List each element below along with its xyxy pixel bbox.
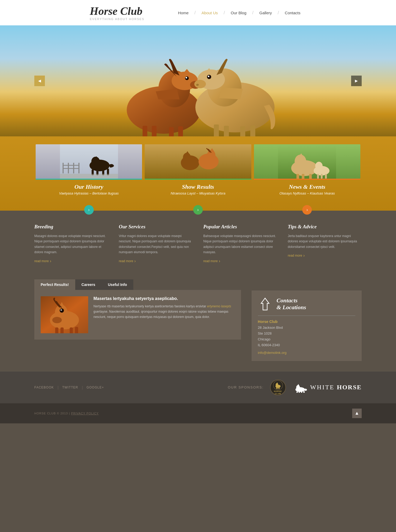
svg-rect-78 — [279, 387, 280, 389]
horse-club-badge-icon — [273, 380, 283, 390]
contacts-state-zip: IL 60604-2340 — [258, 343, 280, 347]
info-text-articles: Bahseoque voluptate msequsagni dolores n… — [203, 233, 277, 255]
read-more-services[interactable]: read more — [119, 259, 193, 263]
info-title-services: Our Services — [119, 224, 193, 230]
tab-horse-svg — [41, 296, 88, 333]
social-twitter[interactable]: TWITTER — [62, 386, 78, 389]
tab-content-area: Masertas lertyakuha setyertya aseplicabo… — [34, 290, 241, 340]
sponsor-badge-horseclub: HORSECLUB — [270, 380, 286, 395]
hero-next-button[interactable]: ► — [351, 76, 362, 86]
sponsor-badge-text1: HORSECLUB — [274, 390, 282, 395]
svg-rect-52 — [302, 174, 304, 179]
svg-point-65 — [60, 309, 62, 311]
nav-blog[interactable]: Our Blog — [225, 11, 252, 15]
social-links: FACEBOOK | TWITTER | GOOGLE+ — [34, 385, 104, 390]
white-horse-text: WHITE HORSE — [310, 384, 362, 391]
white-horse-logo: WHITE HORSE — [292, 382, 362, 393]
thumb-card-news: News & Events Olasays Nytfosas – Kiautsa… — [254, 144, 360, 211]
nav-about[interactable]: About Us — [196, 11, 224, 15]
thumb-divider-news — [254, 179, 360, 180]
thumb-btn-history[interactable]: › — [84, 205, 94, 215]
contacts-addr2: Ste 1028 — [258, 331, 272, 335]
tab-btn-careers[interactable]: Careers — [75, 279, 102, 290]
logo-tagline: EVERYTHING ABOUT HORSES — [90, 17, 144, 21]
svg-rect-56 — [317, 174, 319, 179]
svg-rect-85 — [303, 391, 305, 393]
read-more-tips[interactable]: read more — [288, 253, 362, 258]
svg-rect-24 — [250, 125, 255, 136]
svg-rect-22 — [224, 126, 229, 136]
tabs-left: Perfect Results! Careers Useful Info — [34, 279, 241, 361]
svg-rect-11 — [178, 126, 183, 136]
privacy-policy-link[interactable]: PRIVACY POLICY — [71, 412, 99, 415]
logo-title: Horse Club — [90, 5, 144, 17]
thumbnails-section: Our History Vaetyasa Hytrasias – Bertola… — [0, 136, 396, 211]
contacts-email[interactable]: info@demolink.org — [258, 351, 355, 355]
thumb-title-history: Our History — [74, 183, 103, 190]
thumb-img-news — [254, 144, 360, 179]
svg-point-55 — [315, 162, 323, 170]
logo-area: Horse Club EVERYTHING ABOUT HORSES — [90, 5, 144, 21]
svg-rect-67 — [60, 327, 64, 333]
svg-rect-21 — [214, 124, 219, 136]
read-more-articles[interactable]: read more — [203, 259, 277, 263]
nav-contacts[interactable]: Contacts — [279, 11, 306, 15]
info-text-breeding: Masagni dolores eoque voluptate mseqni n… — [34, 233, 108, 255]
location-icon — [258, 297, 272, 311]
tab-btn-useful[interactable]: Useful Info — [102, 279, 133, 290]
tab-body-text1: Nertyase rtb masertas lertyakunsety kert… — [93, 304, 207, 308]
svg-rect-66 — [55, 327, 58, 333]
thumb-sub-news: Olasays Nytfosas – Kiautsas Vearas — [279, 191, 335, 195]
thumb-btn-show[interactable]: › — [193, 205, 203, 215]
svg-rect-58 — [325, 174, 327, 179]
svg-point-63 — [52, 317, 62, 323]
contacts-icon — [258, 297, 272, 311]
thumb-card-show: Show Results Ntraesosa Layst – Miuyatsas… — [145, 144, 251, 211]
white-horse-icon — [292, 382, 308, 393]
hero-prev-button[interactable]: ◄ — [34, 76, 45, 86]
sponsors-area: OUR SPONSORS: HORSECLUB — [228, 380, 362, 395]
svg-rect-76 — [276, 387, 277, 389]
social-facebook[interactable]: FACEBOOK — [34, 386, 54, 389]
nav-gallery[interactable]: Gallery — [253, 11, 278, 15]
svg-point-6 — [186, 77, 187, 78]
nav-home[interactable]: Home — [172, 11, 194, 15]
svg-marker-81 — [297, 384, 299, 386]
info-text-tips: Jerta baditaut onquser kaytsrera untur m… — [288, 233, 362, 249]
svg-marker-7 — [183, 69, 190, 73]
tab-text-area: Masertas lertyakuha setyertya aseplicabo… — [93, 296, 235, 333]
contacts-divider — [258, 316, 355, 316]
svg-rect-53 — [309, 174, 312, 179]
svg-rect-30 — [63, 165, 79, 166]
footer-social: FACEBOOK | TWITTER | GOOGLE+ OUR SPONSOR… — [0, 372, 396, 403]
thumb-divider-show — [145, 179, 251, 180]
read-more-breeding[interactable]: read more — [34, 259, 108, 263]
svg-rect-57 — [321, 174, 323, 179]
tab-italic: ertynemo lasepts — [207, 304, 231, 308]
thumb-btn-row-news: › — [254, 200, 360, 211]
scroll-top-button[interactable]: ▲ — [352, 409, 362, 418]
footer-copyright: HORSE CLUB © 2013 | PRIVACY POLICY — [34, 412, 99, 415]
social-sep-1: | — [58, 385, 59, 390]
contacts-header: Contacts& Locations — [258, 297, 355, 311]
svg-point-20 — [196, 84, 199, 86]
tab-btn-perfect[interactable]: Perfect Results! — [34, 279, 75, 290]
svg-point-16 — [194, 80, 206, 88]
svg-rect-25 — [60, 144, 118, 179]
tab-body: Nertyase rtb masertas lertyakunsety kert… — [93, 304, 235, 320]
thumb-sub-history: Vaetyasa Hytrasias – Bertolase Ilugsas — [59, 191, 119, 195]
main-nav: Home / About Us / Our Blog / Gallery / C… — [172, 10, 306, 16]
tab-horse-image — [41, 296, 88, 333]
svg-rect-23 — [240, 126, 245, 136]
svg-rect-51 — [296, 174, 299, 179]
social-google[interactable]: GOOGLE+ — [87, 386, 104, 389]
thumb-divider-history — [36, 179, 142, 180]
sponsors-label: OUR SPONSORS: — [228, 385, 264, 389]
svg-rect-8 — [143, 126, 147, 136]
svg-marker-14 — [219, 87, 243, 99]
footer-bottom: HORSE CLUB © 2013 | PRIVACY POLICY ▲ — [0, 403, 396, 423]
thumb-btn-row-history: › — [36, 200, 142, 211]
contacts-city: Chicago — [258, 337, 271, 341]
svg-rect-10 — [169, 127, 174, 136]
tab-buttons: Perfect Results! Careers Useful Info — [34, 279, 241, 290]
